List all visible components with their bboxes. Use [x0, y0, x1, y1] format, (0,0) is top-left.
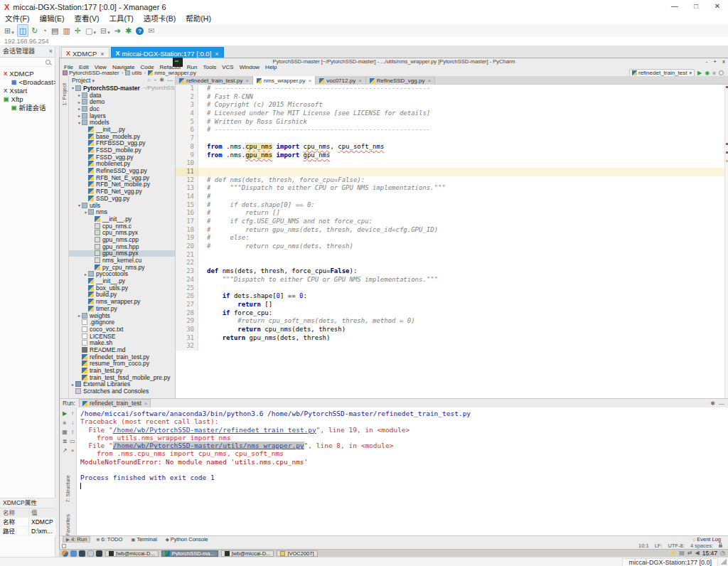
close-button[interactable]: ✕ [707, 0, 728, 14]
project-hide-icon[interactable]: — [167, 76, 173, 85]
expand-arrow-icon[interactable] [70, 85, 75, 90]
menu-item[interactable]: Tools [200, 65, 220, 70]
tile-windows-icon[interactable]: ⊟ [99, 25, 112, 36]
terminal-launcher-icon[interactable] [79, 550, 85, 557]
expand-arrow-icon[interactable] [77, 203, 82, 208]
menu-item[interactable]: File [61, 65, 76, 70]
monitor-icon[interactable]: ▢ [84, 25, 97, 36]
menu-item[interactable]: Refactor [157, 65, 184, 70]
session-item[interactable]: XXDMCP [0, 69, 55, 78]
pin-icon[interactable]: ≣ [61, 437, 68, 445]
tree-item[interactable]: timer.py [69, 305, 175, 312]
tree-item[interactable]: layers [69, 112, 175, 119]
session-tab[interactable]: XXDMCP [61, 47, 109, 59]
clear-icon[interactable]: × [69, 447, 76, 454]
tree-item[interactable]: RFB_Net_mobile.py [69, 181, 175, 188]
tree-item[interactable]: cpu_nms.c [69, 223, 175, 230]
tree-item[interactable]: make.sh [69, 339, 175, 346]
expand-arrow-icon[interactable] [70, 382, 75, 387]
menu-item[interactable]: 查看(V) [69, 14, 104, 24]
search-everywhere-icon[interactable] [719, 70, 724, 75]
resize-grip[interactable] [721, 559, 727, 565]
browser-launcher-icon[interactable] [62, 550, 68, 557]
coverage-button[interactable]: ◉ [705, 70, 710, 76]
menu-item[interactable]: 选项卡(B) [139, 14, 181, 24]
project-panel-title[interactable]: Project [72, 77, 90, 84]
tree-item[interactable]: train_test.py [69, 367, 175, 374]
run-config-selector[interactable]: refinedet_train_test [629, 69, 695, 77]
status-item[interactable]: UTF-8: [668, 543, 685, 549]
tree-item[interactable]: mobilenet.py [69, 161, 175, 168]
tree-item[interactable]: nms_kernel.cu [69, 257, 175, 264]
scroll-to-end-icon[interactable]: ↗ [61, 447, 68, 454]
tree-item[interactable]: gpu_nms.cpp [69, 236, 175, 243]
expand-arrow-icon[interactable] [77, 313, 82, 318]
editor-tab[interactable]: RefineSSD_vgg.py [366, 76, 435, 85]
status-item[interactable]: 4 spaces: [690, 543, 713, 549]
project-settings-icon[interactable]: ✱ [159, 76, 164, 85]
lock-icon[interactable] [719, 545, 722, 548]
breadcrumb-item[interactable]: PytorchSSD-master [63, 70, 125, 76]
feedback-icon[interactable]: ✉ [146, 25, 156, 36]
run-console[interactable]: /home/miccai/software/anaconda3/bin/pyth… [77, 407, 728, 536]
expand-arrow-icon[interactable] [77, 100, 82, 105]
session-item[interactable]: XXstart [0, 86, 55, 95]
tree-item[interactable]: build.py [69, 292, 175, 299]
taskbar-window-button[interactable]: [VOC2007] [277, 550, 317, 557]
event-log-button[interactable]: ○Event Log [690, 536, 724, 543]
toolwindow-button[interactable]: ≣6: TODO [93, 536, 125, 543]
toolwindow-button[interactable]: ◆Python Console [163, 536, 211, 543]
tree-item[interactable]: base_models.py [69, 133, 175, 140]
pycharm-minimize-button[interactable]: - [706, 58, 708, 65]
search-icon[interactable] [46, 60, 50, 65]
files-launcher-icon[interactable] [70, 550, 77, 557]
menu-item[interactable]: VCS [219, 65, 236, 70]
session-item[interactable]: ▣新建会话 [0, 103, 55, 112]
tree-item[interactable]: LICENSE [69, 333, 175, 340]
tree-item[interactable]: README.md [69, 346, 175, 353]
expand-arrow-icon[interactable] [83, 210, 88, 215]
tree-item[interactable]: RFB_Net_E_vgg.py [69, 174, 175, 181]
toolwindow-toggle-icon[interactable] [62, 544, 66, 548]
status-item[interactable]: 10:1 [638, 543, 649, 549]
expand-arrow-icon[interactable] [77, 113, 82, 118]
rerun-icon[interactable]: ▶ [61, 410, 68, 417]
tree-item[interactable]: gpu_nms.pyx [69, 250, 175, 257]
menu-item[interactable]: View [92, 65, 109, 70]
editor-tab[interactable]: refinedet_train_test.py [176, 76, 253, 85]
tree-item[interactable]: FSSD_mobile.py [69, 146, 175, 154]
display-icon[interactable]: ⇄ [687, 550, 692, 557]
editor-launcher-icon[interactable] [87, 550, 94, 557]
tree-item[interactable]: Scratches and Consoles [69, 388, 175, 395]
close-icon[interactable] [306, 78, 312, 84]
expand-arrow-icon[interactable] [77, 106, 82, 111]
tree-item[interactable]: train_test_fssd_mobile_pre.py [69, 374, 175, 381]
breadcrumb-item[interactable]: nms_wrapper.py [148, 70, 196, 76]
tree-item[interactable]: __init__.py [69, 215, 175, 223]
project-filter-icon[interactable]: ○ [147, 76, 151, 85]
close-icon[interactable] [424, 78, 431, 84]
project-collapse-all-icon[interactable]: ÷ [154, 76, 156, 85]
expand-arrow-icon[interactable] [77, 120, 82, 125]
restore-layout-icon[interactable]: ▦ [61, 428, 68, 436]
tree-item[interactable]: refinedet_train_test.py [69, 353, 175, 361]
menu-item[interactable]: Code [137, 65, 156, 70]
editor-tab[interactable]: voc0712.py [316, 76, 366, 85]
import-session-icon[interactable]: ▥ [61, 25, 71, 36]
tree-item[interactable]: py_cpu_nms.py [69, 264, 175, 271]
stop-button[interactable]: ■ [712, 70, 716, 76]
tree-item[interactable]: coco_voc.txt [69, 326, 175, 333]
help-icon[interactable]: ? [134, 25, 145, 36]
tree-item[interactable]: demo [69, 98, 175, 105]
tree-item[interactable]: gpu_nms.hpp [69, 243, 175, 250]
printer-icon[interactable]: ▤ [679, 550, 685, 557]
tree-item[interactable]: nms [69, 208, 175, 215]
close-icon[interactable] [242, 78, 249, 84]
up-stack-icon[interactable]: ↑ [69, 410, 76, 417]
menu-item[interactable]: Help [262, 65, 279, 70]
tree-item[interactable]: External Libraries [69, 381, 175, 388]
settings-icon[interactable]: ✱ [124, 25, 133, 36]
status-item[interactable]: LF: [655, 543, 663, 549]
run-hide-icon[interactable]: — [719, 400, 724, 407]
new-session-icon[interactable]: ⊞ [3, 25, 16, 36]
